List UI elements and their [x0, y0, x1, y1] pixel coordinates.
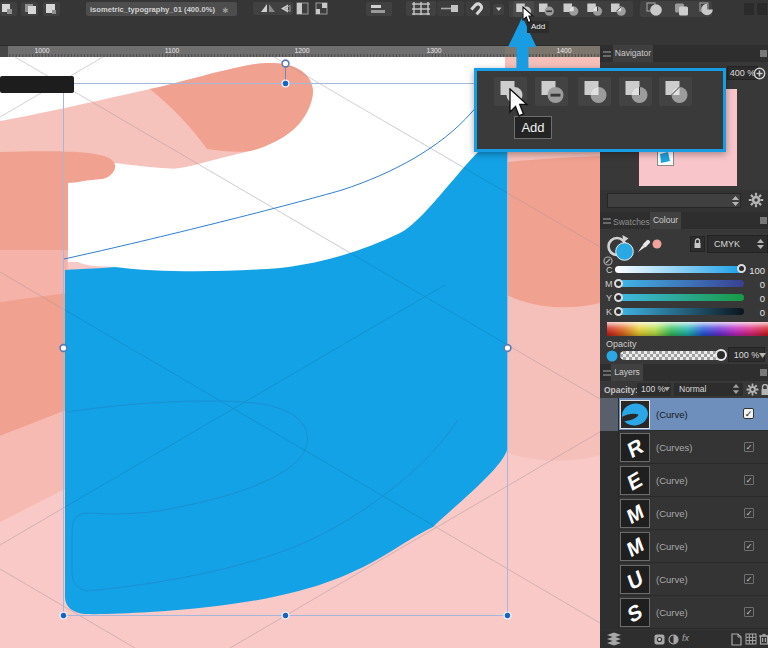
- svg-text:1000: 1000: [34, 47, 49, 54]
- svg-text:1200: 1200: [294, 47, 309, 54]
- svg-text:1400: 1400: [556, 47, 571, 54]
- svg-text:1100: 1100: [165, 47, 180, 54]
- svg-text:isometric_typography_01 (400.0: isometric_typography_01 (400.0%): [90, 5, 215, 14]
- svg-text:1300: 1300: [426, 47, 441, 54]
- svg-text:✱: ✱: [222, 6, 228, 15]
